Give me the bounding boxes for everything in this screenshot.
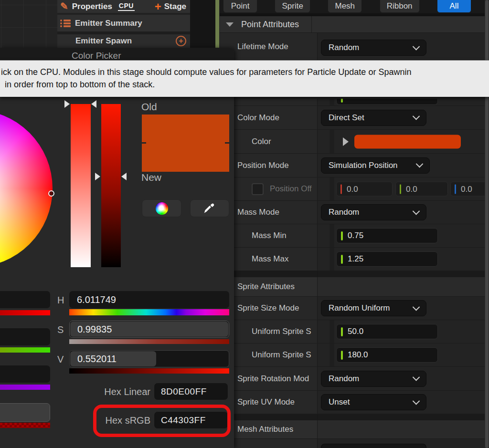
position-x-input[interactable]: 0.0 <box>336 182 393 197</box>
color-picker-title: Color Picker <box>72 51 121 61</box>
uniform-sprite-size-min-input[interactable]: 50.0 <box>336 324 438 339</box>
saturation-input[interactable]: 0.99835 <box>69 321 229 338</box>
tab-point[interactable]: Point <box>223 0 257 13</box>
dropdown-value: Direct Set <box>329 113 364 123</box>
dropdown[interactable] <box>321 444 426 448</box>
old-new-color-swatch <box>142 115 229 172</box>
mass-mode-dropdown[interactable]: Random <box>321 204 426 220</box>
tab-mesh[interactable]: Mesh <box>328 0 362 13</box>
input-value: 0.75 <box>348 231 363 240</box>
chevron-down-icon <box>413 397 420 405</box>
color-row: Color <box>219 130 489 154</box>
chevron-down-icon <box>413 113 420 120</box>
x-axis-accent <box>340 184 342 194</box>
color-picker-titlebar[interactable]: Color Picker <box>0 48 234 61</box>
attribute-rows: Color Mode Direct Set Color Position <box>219 99 489 448</box>
emitter-summary-row[interactable]: Emitter Summary <box>57 15 190 31</box>
mass-min-input[interactable]: 0.75 <box>336 228 438 243</box>
point-attributes-header[interactable]: Point Attributes <box>219 16 489 33</box>
value-marker-right-icon[interactable] <box>121 173 127 180</box>
add-module-icon[interactable]: + <box>176 36 186 46</box>
cpu-sim-target-icon: CPU <box>118 2 135 11</box>
color-mode-dropdown[interactable]: Direct Set <box>321 110 426 126</box>
hue-input[interactable]: 6.011749 <box>69 291 229 308</box>
number-input[interactable] <box>336 99 438 105</box>
sprite-rotation-mode-dropdown[interactable]: Random <box>321 371 426 387</box>
lifetime-mode-dropdown[interactable]: Random <box>321 40 426 56</box>
green-gradient-strip[interactable] <box>0 347 50 353</box>
sprite-attributes-header[interactable]: Sprite Attributes <box>219 277 489 297</box>
saturation-label: S <box>57 324 68 335</box>
tooltip-line1: ick on the CPU. Modules in this stage sh… <box>1 66 489 78</box>
value-input[interactable]: 0.552011 <box>69 350 229 367</box>
position-y-input[interactable]: 0.0 <box>395 182 448 197</box>
swatch-split-notch <box>142 142 146 144</box>
tooltip-popup: ick on the CPU. Modules in this stage sh… <box>0 60 489 97</box>
sprite-size-mode-dropdown[interactable]: Random Uniform <box>321 300 426 316</box>
expander-arrow-icon[interactable] <box>343 137 349 146</box>
enable-checkbox[interactable] <box>252 183 264 195</box>
saturation-marker-left-icon[interactable] <box>64 100 70 108</box>
red-input[interactable] <box>0 291 50 308</box>
saturation-marker-right-icon[interactable] <box>91 100 96 108</box>
uniform-sprite-size-max-input[interactable]: 180.0 <box>336 347 438 363</box>
tab-all[interactable]: All <box>437 0 471 13</box>
color-themes-button[interactable] <box>142 199 181 217</box>
color-wheel-icon <box>156 202 168 215</box>
swatch-split-notch <box>225 142 229 144</box>
sprite-size-mode-row: Sprite Size Mode Random Uniform <box>219 297 489 320</box>
alpha-input[interactable] <box>0 403 50 422</box>
input-value: 0.99835 <box>77 324 112 335</box>
blue-input[interactable] <box>0 365 50 383</box>
value-bar[interactable] <box>101 104 121 267</box>
color-mode-row: Color Mode Direct Set <box>219 106 489 130</box>
chevron-down-icon <box>413 207 420 215</box>
eyedropper-icon <box>202 203 217 214</box>
section-gap <box>219 414 489 420</box>
position-z-input[interactable]: 0.0 <box>450 182 489 197</box>
add-stage-button[interactable]: + Stage <box>155 2 186 11</box>
position-mode-dropdown[interactable]: Simulation Position <box>321 157 430 174</box>
value-marker-left-icon[interactable] <box>95 173 100 180</box>
dropdown-value: Simulation Position <box>329 161 398 170</box>
summary-list-icon <box>60 19 71 28</box>
emitter-spawn-row[interactable]: Emitter Spawn + <box>57 34 190 47</box>
input-value: 0.0 <box>347 184 358 194</box>
input-value: 6.011749 <box>77 294 116 305</box>
eyedropper-button[interactable] <box>190 199 229 217</box>
color-value-swatch[interactable] <box>354 135 461 148</box>
dropdown-value: Random <box>329 374 359 384</box>
value-gradient-strip[interactable] <box>69 368 229 374</box>
niagara-editor-screen: Point Sprite Mesh Ribbon All Point Attri… <box>0 0 489 448</box>
alpha-gradient-strip[interactable] <box>0 423 50 428</box>
color-picker-window: Color Picker Old New <box>0 48 234 448</box>
saturation-gradient-strip[interactable] <box>69 339 229 344</box>
properties-row[interactable]: ✎ Properties CPU + Stage <box>57 0 190 13</box>
saturation-bar[interactable] <box>71 104 91 267</box>
y-axis-accent <box>400 184 401 194</box>
mass-max-input[interactable]: 1.25 <box>336 251 438 267</box>
emitter-summary-label: Emitter Summary <box>75 19 142 28</box>
blue-gradient-strip[interactable] <box>0 385 50 390</box>
color-wheel-marker[interactable] <box>48 190 54 197</box>
input-value: 8D0E00FF <box>161 386 207 397</box>
hue-gradient-strip[interactable] <box>69 309 229 315</box>
sprite-uv-mode-dropdown[interactable]: Unset <box>321 394 426 410</box>
hex-linear-input[interactable]: 8D0E00FF <box>154 383 228 400</box>
tooltip-line2: in order from top to bottom of the stack… <box>1 78 489 91</box>
tab-sprite[interactable]: Sprite <box>275 0 310 13</box>
mesh-attributes-header[interactable]: Mesh Attributes <box>219 420 489 439</box>
sprite-rotation-mode-row: Sprite Rotation Mod Random <box>219 367 489 391</box>
mass-min-row: Mass Min 0.75 <box>219 224 489 248</box>
tab-ribbon[interactable]: Ribbon <box>380 0 420 13</box>
emitter-stack-panel: ✎ Properties CPU + Stage Emitter Summary… <box>57 0 190 48</box>
color-wheel[interactable] <box>0 110 53 267</box>
section-header-label: Point Attributes <box>241 20 299 30</box>
input-value: 0.0 <box>461 184 472 194</box>
hex-linear-label: Hex Linear <box>48 386 150 397</box>
mass-mode-row: Mass Mode Random <box>219 201 489 224</box>
red-gradient-strip[interactable] <box>0 310 50 315</box>
dropdown-value: Random <box>329 208 359 217</box>
input-value: 50.0 <box>348 327 363 336</box>
green-input[interactable] <box>0 328 50 345</box>
